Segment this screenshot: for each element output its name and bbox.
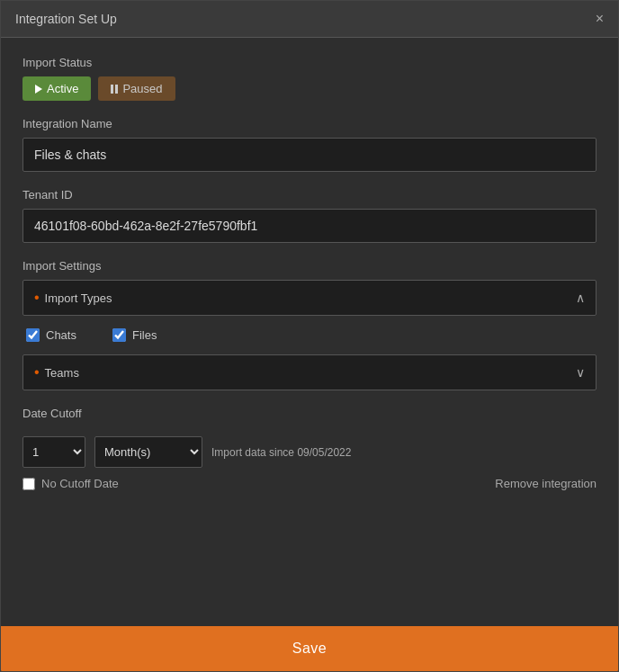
- save-button[interactable]: Save: [1, 626, 618, 671]
- import-status-label: Import Status: [22, 56, 597, 69]
- active-button[interactable]: Active: [22, 76, 91, 101]
- chats-label: Chats: [46, 328, 76, 342]
- integration-name-input[interactable]: [22, 138, 597, 172]
- period-select[interactable]: Day(s) Week(s) Month(s) Year(s): [94, 436, 202, 468]
- tenant-id-section: Tenant ID: [22, 188, 597, 243]
- checkboxes-row: Chats Files: [22, 325, 597, 345]
- import-settings-section: Import Settings • Import Types Chats: [22, 259, 597, 390]
- bottom-row: No Cutoff Date Remove integration: [22, 477, 597, 490]
- files-label: Files: [132, 328, 157, 342]
- teams-dropdown[interactable]: • Teams: [22, 354, 597, 390]
- import-settings-controls: • Import Types Chats Files: [22, 280, 597, 390]
- files-checkbox[interactable]: [112, 328, 126, 342]
- teams-label: Teams: [45, 366, 79, 380]
- files-checkbox-item[interactable]: Files: [112, 328, 157, 342]
- required-dot-types: •: [34, 291, 40, 305]
- modal-title: Integration Set Up: [15, 12, 117, 26]
- teams-chevron-down-icon: [576, 364, 585, 381]
- close-button[interactable]: ×: [596, 12, 604, 26]
- status-group: Active Paused: [22, 76, 597, 101]
- play-icon: [35, 85, 42, 94]
- active-label: Active: [47, 82, 78, 95]
- no-cutoff-label: No Cutoff Date: [41, 477, 119, 490]
- remove-integration-button[interactable]: Remove integration: [495, 477, 597, 490]
- integration-name-label: Integration Name: [22, 117, 597, 130]
- import-types-dropdown[interactable]: • Import Types: [22, 280, 597, 316]
- import-settings-label: Import Settings: [22, 259, 597, 273]
- since-text: Import data since 09/05/2022: [211, 446, 351, 459]
- modal-footer: Save: [1, 626, 618, 671]
- pause-bar-1: [111, 85, 113, 94]
- integration-modal: Integration Set Up × Import Status Activ…: [0, 0, 619, 672]
- required-dot-teams: •: [34, 365, 40, 380]
- pause-icon: [111, 85, 118, 94]
- tenant-id-label: Tenant ID: [22, 188, 597, 202]
- pause-bar-2: [115, 85, 118, 94]
- modal-header: Integration Set Up ×: [1, 1, 618, 38]
- teams-left: • Teams: [34, 365, 79, 380]
- date-cutoff-controls: 1 2 3 6 12 Day(s) Week(s) Month(s) Year(…: [22, 436, 597, 468]
- date-cutoff-section: Date Cutoff 1 2 3 6 12 Day(s) Week(s) Mo…: [22, 407, 597, 490]
- integration-name-section: Integration Name: [22, 117, 597, 172]
- modal-body: Import Status Active Paused Integration …: [1, 38, 618, 626]
- import-types-label: Import Types: [45, 291, 112, 305]
- quantity-select[interactable]: 1 2 3 6 12: [22, 436, 85, 468]
- paused-button[interactable]: Paused: [98, 76, 175, 101]
- import-status-section: Import Status Active Paused: [22, 56, 597, 101]
- chats-checkbox[interactable]: [26, 328, 40, 342]
- import-types-chevron-up-icon: [576, 290, 585, 306]
- paused-label: Paused: [122, 82, 162, 95]
- tenant-id-input[interactable]: [22, 209, 597, 243]
- chats-checkbox-item[interactable]: Chats: [26, 328, 76, 342]
- no-cutoff-row: No Cutoff Date: [22, 477, 119, 490]
- import-types-left: • Import Types: [34, 291, 112, 305]
- date-cutoff-label: Date Cutoff: [22, 407, 597, 420]
- no-cutoff-checkbox[interactable]: [22, 478, 35, 490]
